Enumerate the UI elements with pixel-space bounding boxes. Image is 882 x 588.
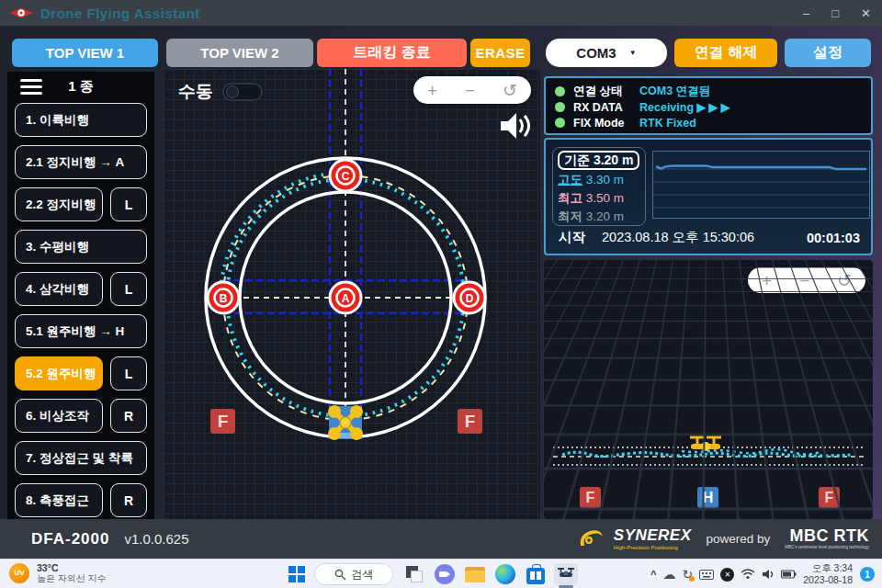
side-view-3d-panel[interactable]: F H F + − ↺ xyxy=(544,260,873,519)
minimize-button[interactable]: – xyxy=(803,6,809,20)
folder-icon xyxy=(465,567,485,582)
zoom-reset-button[interactable]: ↺ xyxy=(837,272,852,289)
wifi-icon[interactable] xyxy=(741,569,755,580)
status-green-dot xyxy=(555,118,565,128)
store-icon xyxy=(526,568,545,584)
tray-date: 2023-08-18 xyxy=(803,574,853,586)
disconnect-button[interactable]: 연결 해제 xyxy=(674,39,777,67)
flag-marker-left: F xyxy=(210,409,235,434)
app-title: Drone Flying Assistant xyxy=(40,6,200,21)
waypoint-marker-c: C xyxy=(330,160,361,191)
current-altitude: 고도 3.30 m xyxy=(558,172,640,188)
sync-icon[interactable]: ↻ xyxy=(683,567,694,582)
main-zoom-controls: + − ↺ xyxy=(413,76,531,104)
status-value: Receiving ▶ ▶ ▶ xyxy=(639,100,729,114)
chat-app-button[interactable] xyxy=(433,563,457,585)
status-value: COM3 연결됨 xyxy=(639,84,710,99)
onedrive-cloud-icon[interactable]: ☁ xyxy=(663,567,676,582)
start-time: 2023.08.18 오후 15:30:06 xyxy=(602,229,754,246)
side-view-zoom-controls: + − ↺ xyxy=(748,267,865,293)
side-button-2-2[interactable]: L xyxy=(110,187,147,221)
sidebar: 1 종 1. 이륙비행 2.1 정지비행 → A 2.2 정지비행 L 3. 수… xyxy=(7,72,154,519)
home-marker-3d: H xyxy=(697,487,718,508)
system-tray: ^ ☁ ↻ ✕ 오후 3:34 2023-08-18 1 xyxy=(650,560,882,588)
settings-button[interactable]: 설정 xyxy=(785,39,871,67)
drone-side-icon xyxy=(690,437,721,451)
svg-text:F: F xyxy=(825,490,834,505)
flag-marker-3d-right: F xyxy=(819,487,840,508)
max-altitude: 최고 3.50 m xyxy=(558,190,640,207)
top-view-1-button[interactable]: TOP VIEW 1 xyxy=(12,39,158,67)
tracking-stop-button[interactable]: 트래킹 종료 xyxy=(317,39,467,67)
status-label: FIX Mode xyxy=(573,117,639,130)
toggle-knob xyxy=(226,85,239,98)
zoom-out-button[interactable]: − xyxy=(799,272,809,289)
search-icon xyxy=(334,569,346,581)
maximize-button[interactable]: □ xyxy=(831,6,839,20)
speaker-icon[interactable] xyxy=(498,111,533,141)
weather-widget[interactable]: UV 33°C 높은 자외선 지수 xyxy=(9,562,107,584)
sidebar-item-1[interactable]: 1. 이륙비행 xyxy=(15,103,147,137)
sidebar-item-2-1[interactable]: 2.1 정지비행 → A xyxy=(15,145,147,179)
drone-app-button[interactable] xyxy=(554,563,578,585)
min-altitude: 최저 3.20 m xyxy=(558,209,640,225)
windows-taskbar: UV 33°C 높은 자외선 지수 검색 xyxy=(0,559,882,588)
zoom-out-button[interactable]: − xyxy=(465,82,475,99)
top-view-2-button[interactable]: TOP VIEW 2 xyxy=(166,39,313,67)
model-name: DFA-2000 xyxy=(31,530,109,548)
side-button-6[interactable]: R xyxy=(110,399,147,433)
ms-store-button[interactable] xyxy=(524,563,548,585)
side-button-5-2[interactable]: L xyxy=(110,356,147,390)
svg-text:B: B xyxy=(220,292,228,305)
mbc-rtk-wordmark: MBC RTK xyxy=(790,527,870,544)
close-button[interactable]: ✕ xyxy=(861,6,871,20)
edge-icon xyxy=(495,564,515,584)
keyboard-icon[interactable] xyxy=(699,570,714,580)
task-view-button[interactable] xyxy=(402,563,426,585)
drone-app-icon xyxy=(557,567,575,582)
edge-browser-button[interactable] xyxy=(493,563,517,585)
synerex-wordmark: SYNEREX xyxy=(614,527,692,543)
side-button-8[interactable]: R xyxy=(110,483,147,517)
zoom-in-button[interactable]: + xyxy=(762,272,772,289)
altitude-panel: 기준 3.20 m 고도 3.30 m 최고 3.50 m 최저 3.20 m … xyxy=(544,138,873,255)
connection-status-panel: 연결 상태 COM3 연결됨 RX DATA Receiving ▶ ▶ ▶ F… xyxy=(544,76,873,135)
title-bar: Drone Flying Assistant – □ ✕ xyxy=(0,0,882,26)
sidebar-item-5-1[interactable]: 5.1 원주비행 → H xyxy=(15,314,147,348)
sidebar-item-2-2[interactable]: 2.2 정지비행 xyxy=(15,187,103,221)
drone-trail-3d-upper xyxy=(682,449,820,454)
flag-marker-3d-left: F xyxy=(580,487,601,508)
chevron-down-icon: ▼ xyxy=(629,49,637,57)
side-view-overlay: F H F xyxy=(544,260,873,519)
sidebar-item-4[interactable]: 4. 삼각비행 xyxy=(15,272,103,306)
erase-button[interactable]: ERASE xyxy=(470,39,530,67)
zoom-in-button[interactable]: + xyxy=(427,82,437,99)
flight-start-row: 시작 2023.08.18 오후 15:30:06 00:01:03 xyxy=(559,229,860,246)
tray-expand-caret[interactable]: ^ xyxy=(650,569,656,580)
sidebar-item-6[interactable]: 6. 비상조작 xyxy=(15,399,103,433)
waypoint-marker-b: B xyxy=(208,282,239,313)
side-button-4[interactable]: L xyxy=(110,272,147,306)
volume-icon[interactable] xyxy=(762,569,775,580)
sidebar-item-3[interactable]: 3. 수평비행 xyxy=(15,230,147,264)
battery-icon[interactable] xyxy=(781,570,797,579)
taskbar-search[interactable]: 검색 xyxy=(314,563,393,585)
sidebar-item-5-2-active[interactable]: 5.2 원주비행 xyxy=(15,356,103,390)
windows-start-button[interactable] xyxy=(285,563,309,585)
file-explorer-button[interactable] xyxy=(463,563,487,585)
zoom-reset-button[interactable]: ↺ xyxy=(503,82,517,99)
notification-badge[interactable]: 1 xyxy=(860,567,875,582)
notification-blocked-icon[interactable]: ✕ xyxy=(720,568,734,582)
sidebar-item-8[interactable]: 8. 측풍접근 xyxy=(15,483,103,517)
sidebar-item-7[interactable]: 7. 정상접근 및 착륙 xyxy=(15,441,147,475)
search-placeholder: 검색 xyxy=(352,567,374,582)
uv-index-icon: UV xyxy=(9,563,29,583)
tray-time: 오후 3:34 xyxy=(803,562,853,574)
com-port-select[interactable]: COM3 ▼ xyxy=(546,39,667,67)
status-green-dot xyxy=(555,86,565,96)
top-view-canvas[interactable]: C B A D F F xyxy=(164,69,540,519)
mode-toggle-switch[interactable] xyxy=(222,83,263,101)
svg-text:D: D xyxy=(466,292,474,305)
synerex-tagline: High-Precision Positioning xyxy=(614,545,692,550)
tray-clock[interactable]: 오후 3:34 2023-08-18 xyxy=(803,562,853,586)
